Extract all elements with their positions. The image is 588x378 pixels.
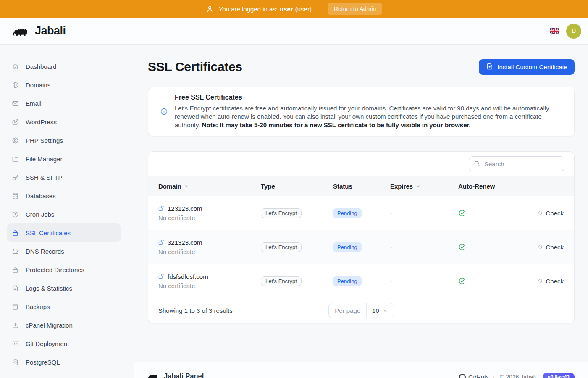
expires-value: - xyxy=(390,244,458,250)
sidebar-item-cpanel-migration[interactable]: cPanel Migration xyxy=(7,316,121,334)
search-input[interactable] xyxy=(469,156,564,171)
globe-icon xyxy=(12,81,19,89)
brand-logo[interactable]: Jabali xyxy=(13,24,66,38)
check-action-button[interactable]: Check xyxy=(538,210,564,217)
column-header-domain[interactable]: Domain xyxy=(158,183,261,190)
sidebar-item-label: DNS Records xyxy=(26,248,64,255)
sidebar-item-label: Protected Directories xyxy=(26,266,84,273)
lock-open-icon xyxy=(158,205,165,212)
sidebar-item-label: Backups xyxy=(26,303,50,310)
info-circle-icon xyxy=(160,108,168,116)
check-action-button[interactable]: Check xyxy=(538,244,564,251)
download-icon xyxy=(12,322,19,329)
install-button-label: Install Custom Certificate xyxy=(497,63,567,71)
lock-icon xyxy=(12,266,19,273)
domain-cell: 321323.com No certificate xyxy=(158,239,261,255)
sidebar-item-label: PHP Settings xyxy=(26,137,63,144)
sidebar-item-postgresql[interactable]: PostgreSQL xyxy=(7,353,121,371)
language-flag-icon[interactable] xyxy=(550,28,559,34)
user-avatar[interactable]: U xyxy=(566,24,581,39)
database-icon xyxy=(12,359,19,366)
sidebar-item-git-deployment[interactable]: Git Deployment xyxy=(7,334,121,353)
per-page-select[interactable]: Per page 10 xyxy=(328,303,394,318)
domain-cell: 123123.com No certificate xyxy=(158,205,261,221)
column-label: Auto-Renew xyxy=(458,183,495,190)
sort-chevron-down-icon xyxy=(415,184,421,189)
mail-icon xyxy=(12,100,19,107)
lock-open-icon xyxy=(158,273,165,280)
status-badge: Pending xyxy=(333,242,362,252)
pagination-summary: Showing 1 to 3 of 3 results xyxy=(158,307,328,314)
auto-renew-enabled-icon xyxy=(458,277,509,285)
sidebar-item-label: Cron Jobs xyxy=(26,211,54,218)
table-body: 123123.com No certificate Let's Encrypt … xyxy=(148,196,574,298)
footer-copyright: © 2026 Jabali xyxy=(500,374,536,378)
app-header: Jabali U xyxy=(0,18,588,45)
version-badge: v0.9-rc43 xyxy=(543,373,575,378)
sidebar-item-label: Email xyxy=(26,100,42,107)
footer-brand: Jabali Panel xyxy=(148,372,204,378)
info-box: Free SSL Certificates Let's Encrypt cert… xyxy=(148,87,575,136)
status-badge: Pending xyxy=(333,276,362,286)
sidebar-item-dashboard[interactable]: Dashboard xyxy=(7,57,121,76)
sidebar-item-php-settings[interactable]: PHP Settings xyxy=(7,131,121,150)
per-page-value: 10 xyxy=(372,307,379,314)
table-row: 123123.com No certificate Let's Encrypt … xyxy=(148,196,574,230)
lock-icon xyxy=(12,229,19,236)
document-plus-icon xyxy=(486,63,494,71)
main-area: SSL Certificates Install Custom Certific… xyxy=(134,45,588,378)
sidebar-item-label: cPanel Migration xyxy=(26,322,73,329)
search-icon xyxy=(473,160,480,169)
type-badge: Let's Encrypt xyxy=(261,242,302,252)
sidebar-item-databases[interactable]: Databases xyxy=(7,186,121,205)
sidebar-item-logs-statistics[interactable]: Logs & Statistics xyxy=(7,279,121,297)
sidebar-nav: DashboardDomainsEmailWordPressPHP Settin… xyxy=(0,45,134,378)
github-link[interactable]: GitHub xyxy=(459,374,488,378)
header-right: U xyxy=(550,24,581,39)
auto-renew-enabled-icon xyxy=(458,209,509,217)
page-footer: Jabali Panel GitHub · © 2026 Jabali v0.9… xyxy=(134,362,588,378)
github-label: GitHub xyxy=(468,374,488,378)
check-action-label: Check xyxy=(546,244,564,251)
info-box-title: Free SSL Certificates xyxy=(175,94,564,101)
column-label: Type xyxy=(261,183,275,190)
certificates-table-card: DomainTypeStatusExpiresAuto-Renew 123123… xyxy=(148,151,575,323)
check-action-button[interactable]: Check xyxy=(538,278,564,285)
sidebar-item-partial[interactable] xyxy=(7,371,121,378)
domain-cell: fdsfsdfdsf.com No certificate xyxy=(158,273,261,289)
sidebar-item-email[interactable]: Email xyxy=(7,94,121,113)
column-label: Expires xyxy=(390,183,413,190)
sidebar-item-label: SSL Certificates xyxy=(26,229,71,236)
sidebar-item-wordpress[interactable]: WordPress xyxy=(7,113,121,131)
sidebar-item-backups[interactable]: Backups xyxy=(7,297,121,316)
sidebar-item-ssl-certificates[interactable]: SSL Certificates xyxy=(7,223,121,242)
gear-icon xyxy=(12,137,19,144)
table-header-row: DomainTypeStatusExpiresAuto-Renew xyxy=(148,176,574,196)
check-search-icon xyxy=(538,210,543,216)
page-title: SSL Certificates xyxy=(148,60,242,74)
footer-links: GitHub · © 2026 Jabali v0.9-rc43 xyxy=(459,373,575,378)
sidebar-item-label: Logs & Statistics xyxy=(26,285,72,292)
table-row: fdsfsdfdsf.com No certificate Let's Encr… xyxy=(148,264,574,298)
check-search-icon xyxy=(538,244,543,250)
user-icon xyxy=(206,5,214,13)
sidebar-item-protected-directories[interactable]: Protected Directories xyxy=(7,260,121,279)
column-header-expires[interactable]: Expires xyxy=(390,183,458,190)
install-custom-certificate-button[interactable]: Install Custom Certificate xyxy=(479,59,575,75)
sidebar-item-file-manager[interactable]: File Manager xyxy=(7,150,121,168)
lock-open-icon xyxy=(158,239,165,246)
sidebar-item-cron-jobs[interactable]: Cron Jobs xyxy=(7,205,121,223)
folder-icon xyxy=(12,155,19,163)
boar-logo-icon xyxy=(148,372,160,378)
impersonation-prefix: You are logged in as: xyxy=(219,5,278,13)
sidebar-item-ssh-sftp[interactable]: SSH & SFTP xyxy=(7,168,121,186)
domain-name: 321323.com xyxy=(168,239,202,246)
domain-name: 123123.com xyxy=(168,205,202,212)
sidebar-item-label: WordPress xyxy=(26,118,57,126)
expires-value: - xyxy=(390,278,458,284)
sidebar-item-dns-records[interactable]: DNS Records xyxy=(7,242,121,260)
sidebar-item-domains[interactable]: Domains xyxy=(7,76,121,94)
brand-name: Jabali xyxy=(35,24,66,37)
return-to-admin-button[interactable]: Return to Admin xyxy=(328,3,382,15)
column-label: Status xyxy=(333,183,352,190)
